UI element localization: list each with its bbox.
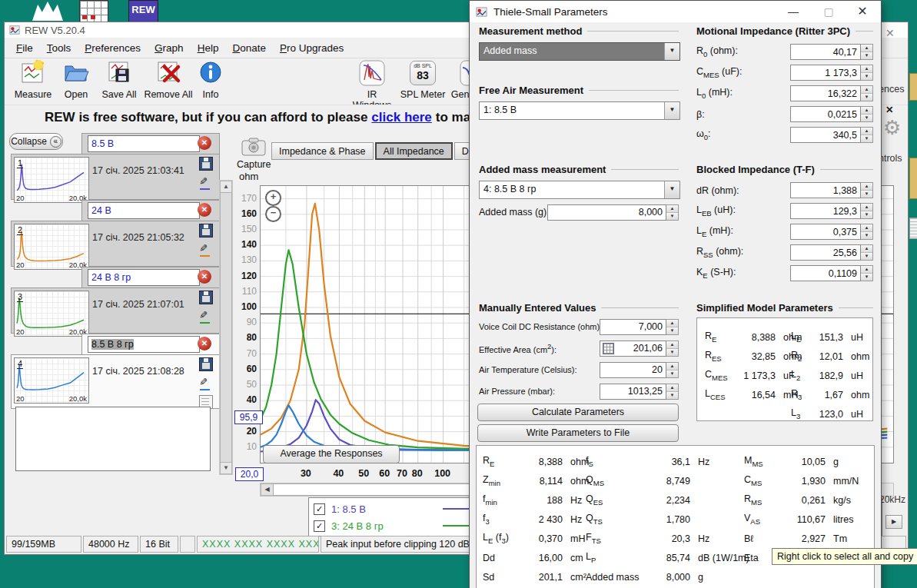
parameter-field[interactable]: 16,322▲▼ [790,85,873,101]
menu-item-file[interactable]: File [9,42,40,54]
zoom-in-icon[interactable]: + [265,190,281,206]
measurement-name-input[interactable]: 8.5 B 8 гр [88,336,200,353]
tab-impedance-phase[interactable]: Impedance & Phase [271,142,374,160]
capture-button[interactable]: Capture [237,137,271,170]
scroll-up-icon[interactable]: ▲ [220,181,232,193]
close-icon[interactable]: ✕ [846,1,879,22]
scroll-left-icon[interactable]: ◀ [261,483,274,496]
measurement-method-combo[interactable]: Added mass ▼ [479,42,680,61]
spinner-buttons[interactable]: ▲▼ [666,362,679,378]
spinner-buttons[interactable]: ▲▼ [666,341,679,357]
save-measurement-icon[interactable] [199,291,213,304]
measurement-name-input[interactable]: 24 B [88,202,200,219]
legend-row[interactable]: ✓1: 8.5 B [314,500,366,517]
measurement-thumbnail[interactable]: 42020,0k [14,357,89,404]
spinner-buttons[interactable]: ▲▼ [861,203,873,219]
measurement-thumbnail[interactable]: 12020,0k [14,157,89,203]
right-arrow-button[interactable]: ▶ [885,515,902,529]
gear-icon[interactable]: ⚙ [883,116,901,140]
parameter-field[interactable]: 129,3▲▼ [790,203,873,219]
remove-measurement-icon[interactable]: ✕ [198,337,211,350]
spinner-buttons[interactable]: ▲▼ [861,44,873,60]
spinner-buttons[interactable]: ▲▼ [861,127,873,143]
parameter-field[interactable]: 20▲▼ [600,362,679,378]
legend-checkbox[interactable]: ✓ [314,503,325,515]
pencil-icon[interactable]: ✎ [199,378,211,390]
tab-all-impedance[interactable]: All Impedance [375,142,453,160]
desktop-app-icon[interactable] [32,2,63,21]
chevron-down-icon[interactable]: ▼ [664,181,679,198]
free-air-combo[interactable]: 1: 8.5 B ▼ [479,101,680,120]
measurement-card[interactable]: 24 B✕22020,0k17 січ. 2025 21:05:32✎ [11,200,218,266]
rew-close-icon[interactable]: ✕ [885,27,895,39]
spinner-buttons[interactable]: ▲▼ [666,319,679,335]
desktop-rew-icon[interactable]: REW [128,0,158,22]
parameter-field[interactable]: 1,388▲▼ [790,182,873,198]
parameter-field[interactable]: 0,0215▲▼ [790,106,873,122]
added-mass-field[interactable]: 8,000 ▲▼ [547,204,679,221]
scroll-down-icon[interactable]: ▼ [220,462,232,474]
results-box[interactable]: RE8,388ohmZmin8,114ohmfmin188Hzf32 430Hz… [476,445,875,588]
measurement-thumbnail[interactable]: 22020,0k [14,224,89,270]
parameter-field[interactable]: 40,17▲▼ [790,44,873,60]
spinner-buttons[interactable]: ▲▼ [861,65,873,81]
remove-measurement-icon[interactable]: ✕ [198,270,211,284]
measurement-thumbnail[interactable]: 32020,0k [14,291,89,337]
menu-item-pro-upgrades[interactable]: Pro Upgrades [273,42,351,54]
pencil-icon[interactable]: ✎ [199,311,211,324]
desktop-spreadsheet-icon[interactable] [79,0,108,22]
minimize-icon[interactable]: — [776,1,810,22]
added-mass-combo[interactable]: 4: 8.5 B 8 гр ▼ [479,181,680,199]
measurement-card[interactable]: 8.5 B✕12020,0k17 січ. 2025 21:03:41✎ [11,133,218,199]
spinner-buttons[interactable]: ▲▼ [861,85,873,101]
calculate-parameters-button[interactable]: Calculate Parameters [477,404,679,421]
parameter-field[interactable]: 340,5▲▼ [790,127,873,143]
parameter-field[interactable]: 1013,25▲▼ [600,384,679,400]
remove-all-button[interactable]: Remove All [140,60,197,100]
spinner-buttons[interactable]: ▲▼ [861,265,873,281]
spinner-buttons[interactable]: ▲▼ [666,204,679,221]
maximize-icon[interactable]: ▢ [812,1,846,22]
menu-item-graph[interactable]: Graph [148,42,191,54]
remove-icon[interactable]: ✕ [885,104,893,115]
pencil-icon[interactable]: ✎ [199,244,211,257]
parameter-field[interactable]: 0,375▲▼ [790,224,873,240]
save-measurement-icon[interactable] [199,157,213,171]
spinner-buttons[interactable]: ▲▼ [861,182,873,198]
measurement-card[interactable]: 24 B 8 гр✕32020,0k17 січ. 2025 21:07:01✎ [11,267,218,333]
pencil-icon[interactable]: ✎ [199,178,211,190]
remove-measurement-icon[interactable]: ✕ [198,136,211,150]
legend-row[interactable]: ✓3: 24 B 8 гр [314,517,384,534]
save-all-button[interactable]: Save All [95,60,143,100]
menu-item-help[interactable]: Help [191,42,226,54]
spl-meter-button[interactable]: dB SPL 83 SPL Meter [399,60,447,100]
zoom-out-icon[interactable]: − [265,206,281,222]
write-parameters-button[interactable]: Write Parameters to File [477,424,679,442]
measurement-name-input[interactable]: 8.5 B [88,135,200,152]
parameter-field[interactable]: 1 173,3▲▼ [790,65,873,81]
donate-link[interactable]: click here [371,110,431,125]
open-button[interactable]: Open [52,60,100,100]
dialog-titlebar[interactable]: Thiele-Small Parameters — ▢ ✕ [470,1,881,22]
parameter-field[interactable]: 0,1109▲▼ [790,265,873,281]
measure-button[interactable]: Measure [9,60,57,100]
save-measurement-icon[interactable] [199,224,213,238]
parameter-field[interactable]: 7,000▲▼ [600,319,679,335]
grid-icon[interactable] [603,343,614,354]
parameter-field[interactable]: 25,56▲▼ [790,244,873,261]
average-responses-button[interactable]: Average the Responses [263,445,400,463]
menu-item-donate[interactable]: Donate [225,42,273,54]
sidebar-scrollbar[interactable]: ▲ ▼ [219,180,233,475]
chevron-down-icon[interactable]: ▼ [664,102,679,119]
spinner-buttons[interactable]: ▲▼ [666,384,679,400]
measurement-name-input[interactable]: 24 B 8 гр [88,269,200,286]
notes-box[interactable] [15,407,211,471]
menu-item-preferences[interactable]: Preferences [78,42,148,54]
parameter-field[interactable]: 201,06▲▼ [600,341,679,357]
chevron-down-icon[interactable]: ▼ [664,43,679,60]
measurement-card[interactable]: 8.5 B 8 гр✕42020,0k17 січ. 2025 21:08:28… [11,334,218,408]
spinner-buttons[interactable]: ▲▼ [861,244,873,261]
ir-windows-button[interactable]: IR Windows [347,60,397,111]
legend-checkbox[interactable]: ✓ [314,520,325,532]
spinner-buttons[interactable]: ▲▼ [861,224,873,240]
